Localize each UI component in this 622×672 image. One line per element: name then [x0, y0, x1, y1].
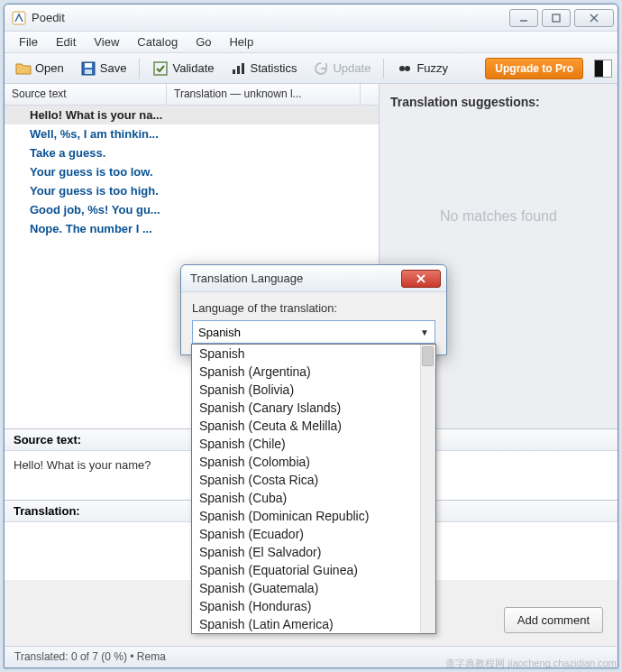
- dropdown-item[interactable]: Spanish (Ecuador): [192, 525, 435, 543]
- dropdown-scrollbar[interactable]: [420, 345, 435, 633]
- table-row[interactable]: Take a guess.: [5, 143, 379, 162]
- dropdown-item[interactable]: Spanish (Cuba): [192, 489, 435, 507]
- titlebar: Poedit: [5, 5, 617, 32]
- open-label: Open: [35, 61, 64, 75]
- statusbar: Translated: 0 of 7 (0 %) • Rema: [5, 646, 617, 667]
- column-header: Source text Translation — unknown l...: [5, 84, 379, 106]
- table-row[interactable]: Nope. The number I ...: [5, 219, 379, 238]
- close-button[interactable]: [574, 9, 614, 27]
- col-source[interactable]: Source text: [5, 84, 167, 105]
- statistics-button[interactable]: Statistics: [224, 58, 302, 79]
- scrollbar-thumb[interactable]: [422, 346, 434, 366]
- svg-rect-8: [154, 62, 167, 75]
- maximize-button[interactable]: [542, 9, 571, 27]
- table-row[interactable]: Hello! What is your na...: [5, 106, 379, 124]
- menu-view[interactable]: View: [85, 33, 128, 51]
- dialog-titlebar: Translation Language: [181, 265, 446, 292]
- svg-rect-6: [85, 63, 92, 68]
- chart-icon: [230, 60, 246, 77]
- fuzzy-label: Fuzzy: [416, 61, 448, 75]
- dropdown-item[interactable]: Spanish (Chile): [192, 435, 435, 453]
- dropdown-item[interactable]: Spanish (Equatorial Guinea): [192, 561, 435, 579]
- col-translation[interactable]: Translation — unknown l...: [167, 84, 361, 105]
- app-icon: [12, 11, 26, 25]
- menu-help[interactable]: Help: [220, 33, 262, 51]
- menu-catalog[interactable]: Catalog: [128, 33, 187, 51]
- menu-file[interactable]: File: [10, 33, 47, 51]
- svg-point-12: [399, 66, 405, 71]
- dropdown-item[interactable]: Spanish: [192, 345, 435, 363]
- dropdown-item[interactable]: Spanish (Colombia): [192, 453, 435, 471]
- validate-button[interactable]: Validate: [147, 58, 219, 79]
- dialog-close-button[interactable]: [401, 270, 441, 288]
- svg-rect-11: [242, 63, 244, 74]
- chevron-down-icon: ▼: [420, 327, 429, 337]
- dropdown-item[interactable]: Spanish (Bolivia): [192, 381, 435, 399]
- svg-rect-10: [237, 66, 240, 74]
- dropdown-item[interactable]: Spanish (Honduras): [192, 597, 435, 615]
- save-icon: [80, 60, 96, 77]
- dropdown-item[interactable]: Spanish (Latin America): [192, 615, 435, 633]
- window-title: Poedit: [32, 11, 509, 24]
- table-row[interactable]: Good job, %s! You gu...: [5, 200, 379, 219]
- separator: [139, 59, 140, 78]
- svg-point-13: [405, 66, 410, 71]
- window-buttons: [509, 9, 614, 27]
- dialog-label: Language of the translation:: [192, 301, 435, 315]
- dropdown-item[interactable]: Spanish (Dominican Republic): [192, 507, 435, 525]
- dropdown-item[interactable]: Spanish (Ceuta & Melilla): [192, 417, 435, 435]
- add-comment-button[interactable]: Add comment: [504, 607, 603, 633]
- combo-value: Spanish: [198, 326, 241, 339]
- table-row[interactable]: Well, %s, I am thinkin...: [5, 124, 379, 143]
- fuzzy-icon: [397, 60, 413, 77]
- suggestions-title: Translation suggestions:: [390, 95, 607, 109]
- dropdown-item[interactable]: Spanish (Argentina): [192, 363, 435, 381]
- minimize-button[interactable]: [509, 9, 538, 27]
- check-icon: [152, 60, 169, 77]
- validate-label: Validate: [172, 61, 214, 75]
- dialog-title: Translation Language: [190, 272, 401, 285]
- separator: [383, 59, 384, 78]
- menu-go[interactable]: Go: [187, 33, 220, 51]
- upgrade-button[interactable]: Upgrade to Pro: [485, 58, 583, 79]
- language-combo[interactable]: Spanish ▼: [192, 320, 435, 344]
- col-extra[interactable]: [361, 84, 379, 105]
- table-row[interactable]: Your guess is too low.: [5, 162, 379, 181]
- contrast-toggle[interactable]: [594, 60, 612, 78]
- dropdown-item[interactable]: Spanish (Guatemala): [192, 579, 435, 597]
- svg-rect-7: [85, 69, 92, 74]
- table-row[interactable]: Your guess is too high.: [5, 181, 379, 200]
- svg-rect-2: [553, 14, 560, 22]
- translation-language-dialog: Translation Language Language of the tra…: [180, 264, 447, 355]
- save-label: Save: [100, 61, 127, 75]
- folder-open-icon: [15, 60, 32, 77]
- toolbar: Open Save Validate Statistics Update Fuz…: [5, 53, 617, 84]
- open-button[interactable]: Open: [10, 58, 69, 79]
- update-button: Update: [307, 58, 376, 79]
- svg-rect-9: [233, 69, 235, 74]
- update-label: Update: [333, 61, 370, 75]
- menubar: File Edit View Catalog Go Help: [5, 32, 617, 53]
- menu-edit[interactable]: Edit: [47, 33, 85, 51]
- save-button[interactable]: Save: [75, 58, 133, 79]
- fuzzy-button[interactable]: Fuzzy: [391, 58, 453, 79]
- dropdown-item[interactable]: Spanish (Costa Rica): [192, 471, 435, 489]
- suggestions-empty: No matches found: [390, 208, 607, 225]
- dropdown-item[interactable]: Spanish (Canary Islands): [192, 399, 435, 417]
- language-dropdown: SpanishSpanish (Argentina)Spanish (Boliv…: [191, 344, 436, 634]
- statistics-label: Statistics: [250, 61, 297, 75]
- refresh-icon: [313, 60, 329, 77]
- dropdown-item[interactable]: Spanish (El Salvador): [192, 543, 435, 561]
